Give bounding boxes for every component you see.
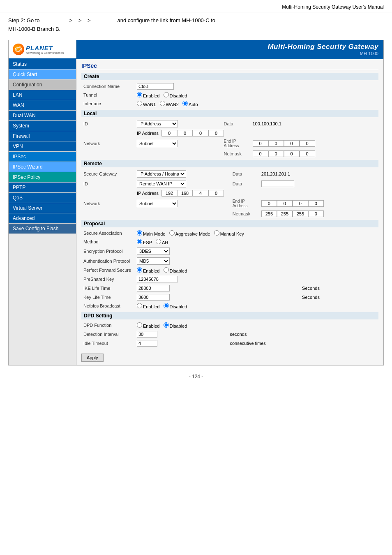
manual-key-radio[interactable] [214,230,219,236]
remote-ip2[interactable] [177,190,193,197]
psk-label: PreShared Key [81,275,135,284]
ike-life-label: IKE Life Time [81,284,135,293]
detect-interval-input[interactable] [137,331,157,338]
sidebar-item-ipsec-wizard[interactable]: IPSec Wizard [9,162,76,172]
local-netmask-label: Netmask [222,149,251,158]
sidebar-item-configuration[interactable]: Configuration [9,80,76,90]
local-ip2[interactable] [177,130,193,136]
local-ip3[interactable] [193,130,208,136]
sidebar-item-wan[interactable]: WAN [9,100,76,111]
enc-proto-select[interactable]: 3DES [137,247,170,255]
local-endip1[interactable] [253,140,268,147]
sidebar-item-qos[interactable]: QoS [9,193,76,203]
secure-gw-data-label: Data [231,169,259,179]
netbios-label: Netbios Broadcast [81,302,135,310]
key-life-unit: Seconds [300,293,378,302]
local-endip-label: End IP Address [222,138,251,149]
planet-logo-icon [13,44,24,55]
wan2-radio[interactable] [160,101,165,106]
tunnel-disabled-radio[interactable] [164,92,169,97]
remote-nm3[interactable] [293,210,308,217]
auth-proto-select[interactable]: MD5 [137,257,170,265]
sidebar-item-virtual-server[interactable]: Virtual Server [9,203,76,213]
local-nm4[interactable] [300,150,315,157]
page-header: Multi-Homing Security Gateway User's Man… [0,0,392,12]
sidebar-item-ipsec[interactable]: IPSec [9,152,76,162]
main-content: IPSec Create Connection Name Tunnel Enab… [76,59,383,365]
sidebar-item-pptp[interactable]: PPTP [9,183,76,193]
tunnel-enabled-radio[interactable] [137,92,142,97]
esp-radio[interactable] [137,239,142,244]
local-ip1[interactable] [161,130,177,136]
dpd-section: DPD Setting [81,312,378,319]
idle-timeout-input[interactable] [137,340,157,347]
aggressive-mode-radio[interactable] [169,230,175,236]
local-endip3[interactable] [284,140,300,147]
ike-life-input[interactable] [137,285,170,291]
remote-nm4[interactable] [308,210,324,217]
local-network-type-select[interactable]: Subnet [137,140,178,147]
sidebar-item-advanced[interactable]: Advanced [9,213,76,224]
wan1-radio[interactable] [137,101,142,106]
remote-ip1[interactable] [161,190,177,197]
netbios-disabled-radio[interactable] [164,303,169,308]
remote-endip3[interactable] [293,200,308,207]
sidebar-item-save-config[interactable]: Save Config to Flash [9,224,76,234]
proposal-section: Proposal [81,220,378,227]
step-text: Step 2: Go to > > > and configure the li… [0,12,392,38]
local-endip2[interactable] [268,140,284,147]
method-label: Method [81,238,135,246]
local-nm1[interactable] [253,150,268,157]
psk-input[interactable] [137,276,178,282]
page-footer: - 124 - [0,368,392,386]
sidebar-item-firewall[interactable]: Firewall [9,131,76,141]
conn-name-input[interactable] [137,83,174,90]
dpd-enabled-radio[interactable] [137,322,142,328]
remote-id-type-select[interactable]: Remote WAN IP [137,180,186,187]
local-nm2[interactable] [268,150,284,157]
local-endip4[interactable] [300,140,315,147]
logo-subtitle: Networking & Communication [26,51,64,54]
remote-data-input[interactable] [261,180,294,187]
remote-ip3[interactable] [193,190,208,197]
sidebar-item-ipsec-policy[interactable]: IPSec Policy [9,172,76,183]
secure-gw-label: Secure Gateway [81,169,135,179]
svg-point-1 [15,46,22,53]
remote-nm1[interactable] [261,210,277,217]
sidebar-item-dualwan[interactable]: Dual WAN [9,111,76,121]
remote-network-type-select[interactable]: Subnet [137,200,178,207]
main-mode-radio[interactable] [137,230,142,236]
local-nm3[interactable] [284,150,300,157]
ah-radio[interactable] [156,239,161,244]
remote-endip4[interactable] [308,200,324,207]
sidebar-item-vpn[interactable]: VPN [9,141,76,152]
local-id-label: ID [81,119,135,129]
secure-gw-type-select[interactable]: IP Address / Hostname [137,170,186,178]
local-network-label: Network [81,138,135,149]
remote-ip4[interactable] [208,190,224,197]
idle-timeout-unit: consecutive times [228,339,378,348]
pfs-disabled-radio[interactable] [164,267,169,273]
apply-button[interactable]: Apply [81,354,104,362]
remote-nm2[interactable] [277,210,293,217]
pfs-enabled-radio[interactable] [137,267,142,273]
local-id-type-select[interactable]: IP Address [137,120,178,127]
enc-proto-label: Encryption Protocol [81,246,135,256]
auto-radio[interactable] [182,101,188,106]
create-section: Create [81,73,378,80]
sidebar-item-status[interactable]: Status [9,59,76,69]
key-life-label: Key Life Time [81,293,135,302]
section-title: IPSec [81,62,378,70]
key-life-input[interactable] [137,294,170,301]
remote-endip-label: End IP Address [231,198,259,209]
remote-network-label: Network [81,198,135,209]
netbios-enabled-radio[interactable] [137,303,142,308]
dpd-disabled-radio[interactable] [164,322,169,328]
remote-endip2[interactable] [277,200,293,207]
sidebar-item-lan[interactable]: LAN [9,90,76,100]
sidebar-item-system[interactable]: System [9,121,76,131]
sidebar-item-quickstart[interactable]: Quick Start [9,69,76,80]
remote-endip1[interactable] [261,200,277,207]
local-ip4[interactable] [208,130,224,136]
tunnel-label: Tunnel [81,91,135,99]
